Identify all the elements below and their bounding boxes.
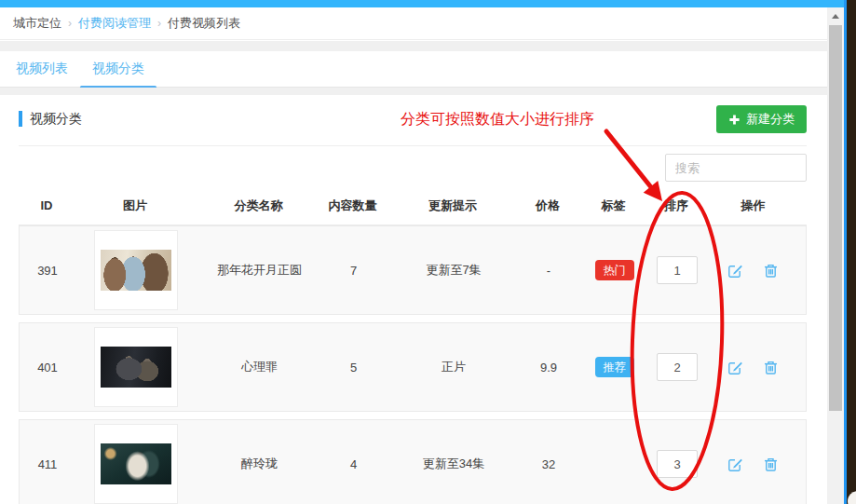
cell-price: 32 xyxy=(523,457,575,471)
edit-icon[interactable] xyxy=(727,456,743,472)
divider xyxy=(19,145,807,146)
edit-icon[interactable] xyxy=(727,360,743,375)
scrollbar-thumb[interactable] xyxy=(829,25,842,411)
tab-video-list[interactable]: 视频列表 xyxy=(4,51,80,87)
column-header-image: 图片 xyxy=(75,198,196,214)
category-thumbnail-image xyxy=(101,443,171,484)
column-header-count: 内容数量 xyxy=(321,198,384,214)
sort-order-input[interactable] xyxy=(657,353,698,381)
sort-annotation-text: 分类可按照数值大小进行排序 xyxy=(401,110,594,129)
trash-icon[interactable] xyxy=(763,360,779,375)
tab-video-category[interactable]: 视频分类 xyxy=(80,51,156,87)
edit-icon[interactable] xyxy=(727,263,743,279)
section-accent-bar xyxy=(19,111,22,127)
create-category-button[interactable]: 新建分类 xyxy=(716,105,807,133)
cell-update-hint: 更新至34集 xyxy=(385,456,523,472)
top-accent-bar xyxy=(0,0,844,7)
column-header-id: ID xyxy=(19,198,75,212)
column-header-name: 分类名称 xyxy=(196,198,321,214)
cell-content-count: 7 xyxy=(322,264,385,278)
spacer xyxy=(0,88,827,95)
create-category-label: 新建分类 xyxy=(746,111,795,128)
section-title: 视频分类 xyxy=(30,111,82,128)
breadcrumb-separator-icon: › xyxy=(157,17,161,30)
cell-id: 401 xyxy=(20,361,75,375)
breadcrumb-separator-icon: › xyxy=(68,17,72,30)
cell-content-count: 4 xyxy=(322,457,385,471)
category-thumbnail-image xyxy=(101,347,171,388)
cell-price: 9.9 xyxy=(523,361,575,375)
breadcrumb-item-paid-video-list[interactable]: 付费视频列表 xyxy=(168,15,240,32)
cell-category-name: 醉玲珑 xyxy=(197,456,322,472)
vertical-scrollbar[interactable] xyxy=(827,7,844,504)
scroll-up-icon[interactable] xyxy=(827,7,844,24)
cell-update-hint: 更新至7集 xyxy=(385,262,523,279)
table-row: 401 心理罪 5 正片 9.9 推荐 xyxy=(19,322,807,412)
sort-order-input[interactable] xyxy=(657,256,698,284)
column-header-update: 更新提示 xyxy=(384,198,522,214)
column-header-actions: 操作 xyxy=(700,198,807,214)
tag-badge-hot: 热门 xyxy=(595,260,634,280)
category-thumbnail-image xyxy=(101,250,171,291)
table-row: 391 那年花开月正圆 7 更新至7集 - 热门 xyxy=(19,225,807,315)
plus-icon xyxy=(728,114,741,126)
thumbnail-frame xyxy=(94,424,178,504)
sort-order-input[interactable] xyxy=(657,450,698,478)
spacer xyxy=(0,41,827,51)
column-header-sort: 排序 xyxy=(653,198,700,214)
trash-icon[interactable] xyxy=(763,263,779,279)
tab-bar: 视频列表 视频分类 xyxy=(0,51,827,88)
table-header-row: ID 图片 分类名称 内容数量 更新提示 价格 标签 排序 操作 xyxy=(19,186,807,225)
page: 城市定位 › 付费阅读管理 › 付费视频列表 视频列表 视频分类 视频分类 分类… xyxy=(0,0,856,504)
desktop-background xyxy=(847,0,856,504)
cell-id: 411 xyxy=(20,457,75,471)
breadcrumb: 城市定位 › 付费阅读管理 › 付费视频列表 xyxy=(0,7,827,40)
table-row: 411 醉玲珑 4 更新至34集 32 xyxy=(19,419,807,504)
column-header-tag: 标签 xyxy=(574,198,653,214)
table-body: 391 那年花开月正圆 7 更新至7集 - 热门 xyxy=(19,225,807,504)
cell-content-count: 5 xyxy=(322,361,385,375)
cell-category-name: 心理罪 xyxy=(197,359,322,375)
thumbnail-frame xyxy=(94,230,178,310)
cell-update-hint: 正片 xyxy=(385,359,523,375)
breadcrumb-item-paid-reading[interactable]: 付费阅读管理 xyxy=(78,15,151,32)
video-category-panel: 视频分类 分类可按照数值大小进行排序 新建分类 ID 图片 分类名称 内容数量 … xyxy=(0,95,827,504)
breadcrumb-item-city[interactable]: 城市定位 xyxy=(13,15,61,32)
column-header-price: 价格 xyxy=(522,198,574,214)
search-input[interactable] xyxy=(665,154,807,182)
thumbnail-frame xyxy=(94,327,178,407)
cell-price: - xyxy=(523,264,575,278)
cell-id: 391 xyxy=(20,264,75,278)
trash-icon[interactable] xyxy=(763,456,779,472)
cell-category-name: 那年花开月正圆 xyxy=(197,262,322,279)
tag-badge-recommend: 推荐 xyxy=(595,357,634,377)
